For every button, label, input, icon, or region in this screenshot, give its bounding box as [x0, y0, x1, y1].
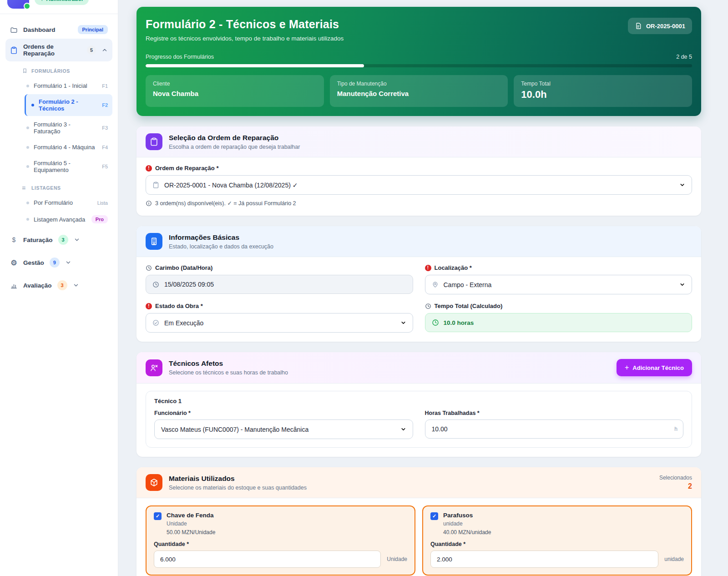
quantidade-input[interactable]: [430, 551, 658, 568]
sidebar-item-formulario-5[interactable]: Formulário 5 - Equipamento F5: [5, 156, 112, 177]
material-card-chave-de-fenda[interactable]: Chave de Fenda Unidade 50.00 MZN/Unidade…: [146, 505, 415, 576]
sidebar-item-por-formulario[interactable]: Por Formulário Lista: [5, 195, 112, 210]
sidebar-item-ordens-de-reparacao[interactable]: Ordens de Reparação 5: [5, 39, 112, 61]
material-unit: Unidade: [167, 520, 215, 527]
sidebar-item-gestao[interactable]: Gestão 9: [5, 252, 112, 273]
material-price: 40.00 MZN/unidade: [443, 529, 491, 536]
sub-item-tag: F5: [102, 164, 108, 169]
adicionar-tecnico-button[interactable]: Adicionar Técnico: [617, 359, 692, 376]
avatar[interactable]: [7, 0, 29, 9]
sidebar-item-label: Dashboard: [23, 26, 72, 33]
section-subtitle: Selecione os técnicos e suas horas de tr…: [169, 369, 610, 376]
avaliacao-count-badge: 3: [57, 280, 67, 290]
sidebar-item-dashboard[interactable]: Dashboard Principal: [5, 20, 112, 39]
required-alert-icon: [425, 265, 431, 271]
bullet-dot-icon: [26, 202, 29, 204]
plus-icon: [625, 364, 629, 371]
progress-step: 2 de 5: [676, 54, 692, 60]
main-content: Formulário 2 - Técnicos e Materiais Regi…: [118, 0, 728, 576]
tempo-total-value: 10.0 horas: [444, 319, 474, 326]
online-status-dot: [24, 3, 30, 10]
clock-icon: [152, 281, 159, 288]
ordem-reparacao-select[interactable]: OR-2025-0001 - Nova Chamba (12/08/2025) …: [146, 175, 692, 195]
sub-item-label: Por Formulário: [34, 199, 93, 206]
tecnico-card: Técnico 1 Funcionário * Vasco Mateus (FU…: [146, 391, 692, 448]
field-label-text: Localização *: [435, 264, 472, 271]
clock-icon: [425, 303, 431, 309]
field-estado-obra: Estado da Obra * Em Execução: [146, 303, 413, 333]
field-funcionario: Funcionário * Vasco Mateus (FUNC0007) - …: [154, 410, 413, 439]
stat-value: 10.0h: [521, 89, 685, 101]
order-number-badge: OR-2025-0001: [628, 18, 692, 34]
gestao-count-badge: 9: [50, 258, 60, 268]
section-title: Informações Básicas: [169, 233, 692, 242]
sub-item-label: Formulário 1 - Inicial: [34, 82, 97, 89]
horas-trabalhadas-input[interactable]: [425, 419, 684, 439]
admin-badge: Administrador: [35, 0, 89, 5]
field-localizacao: Localização * Campo - Externa: [425, 264, 693, 294]
selected-label: Selecionados: [659, 475, 692, 481]
sidebar-item-avaliacao[interactable]: Avaliação 3: [5, 275, 112, 296]
sub-item-label: Formulário 3 - Faturação: [34, 121, 97, 135]
stat-label: Tipo de Manutenção: [337, 81, 501, 87]
sub-item-tag: F3: [102, 125, 108, 131]
list-icon: [22, 185, 28, 191]
bullet-dot-icon: [26, 218, 29, 221]
sidebar-item-listagem-avancada[interactable]: Listagem Avançada Pro: [5, 211, 112, 227]
document-icon: [635, 22, 642, 30]
section-materiais-utilizados: Materiais Utilizados Selecione os materi…: [136, 467, 701, 576]
building-icon: [146, 233, 162, 250]
bottom-item-label: Gestão: [23, 259, 44, 266]
order-number-text: OR-2025-0001: [646, 23, 685, 30]
sidebar-item-formulario-4[interactable]: Formulário 4 - Máquina F4: [5, 140, 112, 155]
sidebar-item-formulario-2[interactable]: Formulário 2 - Técnicos F2: [25, 94, 112, 116]
section-selecao-ordem: Seleção da Ordem de Reparação Escolha a …: [136, 126, 701, 216]
selected-counter: Selecionados 2: [659, 475, 692, 490]
chevron-down-icon[interactable]: [73, 282, 79, 288]
horas-suffix: h: [674, 426, 677, 432]
section-informacoes-basicas: Informações Básicas Estado, localização …: [136, 226, 701, 342]
sub-item-tag: F4: [102, 145, 108, 150]
funcionario-select[interactable]: Vasco Mateus (FUNC0007) - Manutenção Mec…: [154, 419, 413, 439]
bullet-dot-icon: [26, 85, 29, 87]
stat-card-tipo-manutencao: Tipo de Manutenção Manutenção Corretiva: [330, 75, 508, 107]
material-price: 50.00 MZN/Unidade: [167, 529, 215, 536]
carimbo-input[interactable]: 15/08/2025 09:05: [146, 275, 413, 294]
quantidade-input[interactable]: [154, 551, 381, 568]
sub-item-tag: F1: [102, 83, 108, 89]
chevron-down-icon[interactable]: [74, 237, 80, 243]
chevron-up-icon[interactable]: [101, 47, 108, 53]
sidebar-item-formulario-1[interactable]: Formulário 1 - Inicial F1: [5, 78, 112, 93]
sub-item-label: Formulário 5 - Equipamento: [34, 160, 97, 173]
sub-item-tag: Lista: [97, 200, 108, 206]
chevron-down-icon[interactable]: [65, 259, 71, 266]
field-label-text: Ordem de Reparação *: [155, 165, 218, 172]
admin-badge-label: Administrador: [46, 0, 83, 2]
progress-label: Progresso dos Formulários: [146, 54, 214, 60]
sub-item-label: Listagem Avançada: [34, 216, 87, 223]
progress-bar-fill: [146, 64, 364, 67]
select-value: Vasco Mateus (FUNC0007) - Manutenção Mec…: [161, 426, 395, 433]
localizacao-select[interactable]: Campo - Externa: [425, 275, 693, 294]
quantidade-suffix: Unidade: [387, 556, 407, 562]
technician-icon: [146, 359, 162, 376]
section-subtitle: Selecione os materiais do estoque e suas…: [169, 485, 653, 491]
material-checkbox[interactable]: [430, 512, 438, 520]
clipboard-icon: [152, 182, 159, 188]
admin-badge-icon: [40, 0, 44, 2]
selected-count: 2: [659, 482, 692, 490]
clock-icon: [146, 265, 152, 271]
app-window: Administrador Dashboard Principal Ordens…: [0, 0, 728, 576]
group-label-text: FORMULÁRIOS: [31, 68, 70, 74]
bottom-item-label: Faturação: [23, 237, 53, 243]
formularios-group-label: FORMULÁRIOS: [5, 61, 112, 77]
material-checkbox[interactable]: [154, 512, 162, 520]
material-card-parafusos[interactable]: Parafusos unidade 40.00 MZN/unidade Quan…: [422, 505, 692, 576]
estado-obra-select[interactable]: Em Execução: [146, 313, 413, 333]
section-title: Materiais Utilizados: [169, 475, 653, 483]
quantidade-label: Quantidade *: [154, 541, 407, 547]
sidebar-item-faturacao[interactable]: Faturação 3: [5, 229, 112, 250]
sidebar-item-formulario-3[interactable]: Formulário 3 - Faturação F3: [5, 117, 112, 139]
hero-titles: Formulário 2 - Técnicos e Materiais Regi…: [146, 18, 344, 42]
folder-icon: [10, 26, 18, 34]
